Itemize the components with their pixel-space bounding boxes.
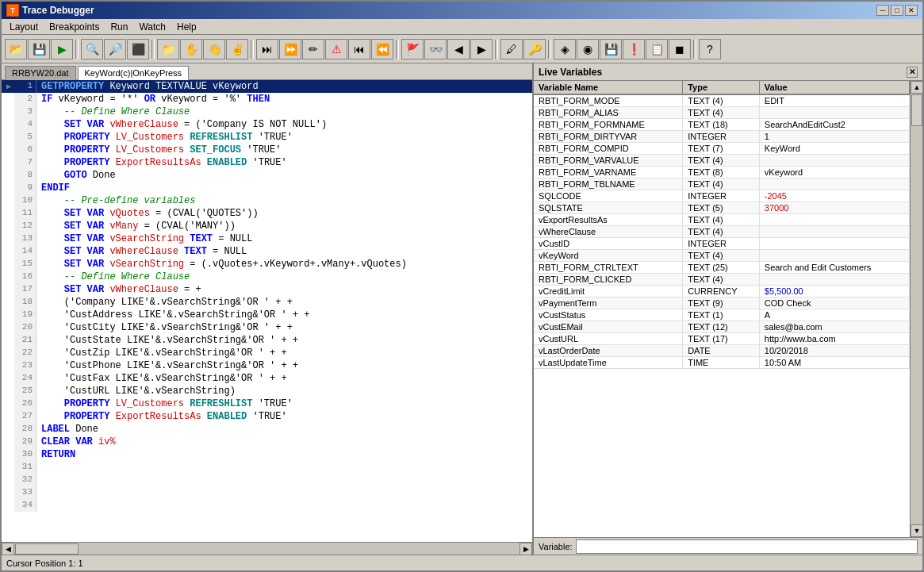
table-row: RBTI_FORM_CLICKEDTEXT (4)	[534, 274, 910, 286]
vars-table[interactable]: Variable Name Type Value RBTI_FORM_MODET…	[534, 81, 910, 537]
tb-b3[interactable]: ◼	[669, 39, 691, 60]
code-h-scrollbar[interactable]: ◀ ▶	[2, 542, 532, 555]
line-arrow-29	[2, 436, 14, 448]
var-name-cell: vCustEMail	[534, 321, 683, 333]
line-arrow-8	[2, 169, 14, 182]
tb-search[interactable]: 🔍	[81, 39, 103, 60]
menu-breakpoints[interactable]: Breakpoints	[44, 21, 104, 33]
tb-step-over[interactable]: ⏭	[256, 39, 278, 60]
table-row: RBTI_FORM_CTRLTEXTTEXT (25)Search and Ed…	[534, 262, 910, 274]
var-type-cell: CURRENCY	[683, 286, 760, 298]
code-line-19: 19 'CustAddress LIKE'&.vSearchString&'OR…	[2, 309, 532, 321]
line-num-33: 33	[14, 486, 36, 499]
tb-next[interactable]: ⏪	[371, 39, 393, 60]
tb-keys[interactable]: 🔑	[523, 39, 546, 60]
line-num-3: 3	[14, 106, 36, 118]
menu-layout[interactable]: Layout	[5, 21, 43, 33]
h-scroll-thumb[interactable]	[15, 543, 79, 555]
live-variables-close[interactable]: ✕	[907, 67, 918, 78]
tb-hand1[interactable]: ✋	[180, 39, 202, 60]
line-content-4: SET VAR vWhereClause = ('Company IS NOT …	[36, 118, 532, 131]
cursor-label: Cursor Position	[6, 559, 66, 568]
menu-help[interactable]: Help	[172, 21, 201, 33]
var-value-cell: $5,500.00	[759, 286, 909, 298]
var-value-cell	[759, 107, 909, 119]
line-arrow-7	[2, 156, 14, 169]
line-arrow-13	[2, 232, 14, 245]
live-variables-title: Live Variables	[539, 67, 602, 78]
tb-folder[interactable]: 📁	[157, 39, 179, 60]
var-value-cell	[759, 155, 909, 167]
h-scroll-left[interactable]: ◀	[2, 543, 14, 555]
tb-stop[interactable]: ⬛	[127, 39, 149, 60]
tb-step-into[interactable]: ⏩	[279, 39, 301, 60]
variable-input-field[interactable]	[576, 539, 918, 554]
var-type-cell: TEXT (4)	[683, 155, 760, 167]
tb-clip[interactable]: 📋	[646, 39, 668, 60]
line-arrow-3	[2, 106, 14, 118]
tb-run[interactable]: ▶	[51, 39, 73, 60]
tb-right2[interactable]: ▶	[470, 39, 493, 60]
code-editor-panel: RRBYW20.dat KeyWord(c)|OnKeyPress ▶ 1 GE…	[2, 63, 534, 555]
tb-pencil[interactable]: 🖊	[500, 39, 523, 60]
line-num-7: 7	[14, 156, 36, 169]
line-content-5: PROPERTY LV_Customers REFRESHLIST 'TRUE'	[36, 131, 532, 144]
tb-hand3[interactable]: ✌	[226, 39, 248, 60]
minimize-button[interactable]: ─	[876, 5, 889, 16]
var-name-cell: vCustID	[534, 238, 683, 250]
line-content-31	[36, 461, 532, 474]
code-line-29: 29 CLEAR VAR iv%	[2, 436, 532, 448]
h-scroll-right[interactable]: ▶	[520, 543, 532, 555]
var-value-cell: vKeyword	[759, 167, 909, 179]
line-arrow-12	[2, 220, 14, 232]
vars-scroll-down[interactable]: ▼	[911, 524, 922, 537]
menu-watch[interactable]: Watch	[134, 21, 171, 33]
tb-b1[interactable]: ◈	[554, 39, 576, 60]
line-num-2: 2	[14, 93, 36, 106]
line-content-29: CLEAR VAR iv%	[36, 436, 532, 448]
tb-excl[interactable]: ❗	[623, 39, 645, 60]
cursor-value: 1: 1	[68, 559, 82, 568]
line-num-29: 29	[14, 436, 36, 448]
tb-glasses[interactable]: 👓	[424, 39, 447, 60]
tab-rrbyw20[interactable]: RRBYW20.dat	[5, 66, 76, 80]
tb-b2[interactable]: ◉	[577, 39, 599, 60]
tb-save2[interactable]: 💾	[600, 39, 622, 60]
tab-keyword-onkeypress[interactable]: KeyWord(c)|OnKeyPress	[78, 66, 189, 80]
line-num-19: 19	[14, 309, 36, 321]
vars-scroll-thumb[interactable]	[911, 94, 922, 126]
tb-help[interactable]: ?	[699, 39, 721, 60]
maximize-button[interactable]: □	[891, 5, 903, 16]
tb-flag[interactable]: 🚩	[401, 39, 424, 60]
close-button[interactable]: ✕	[905, 5, 918, 16]
tb-open[interactable]: 📂	[5, 39, 27, 60]
menu-run[interactable]: Run	[105, 21, 132, 33]
tb-find[interactable]: 🔎	[104, 39, 126, 60]
tb-left[interactable]: ◀	[447, 39, 470, 60]
line-arrow-16	[2, 271, 14, 283]
var-name-cell: RBTI_FORM_VARNAME	[534, 167, 683, 179]
vars-v-scrollbar[interactable]: ▲ ▼	[910, 81, 922, 537]
tb-sep4	[396, 40, 399, 59]
tb-hand2[interactable]: 👋	[203, 39, 225, 60]
tb-save[interactable]: 💾	[28, 39, 50, 60]
tb-sep2	[151, 40, 155, 59]
line-content-22: 'CustZip LIKE'&.vSearchString&'OR ' + +	[36, 347, 532, 359]
tb-warning[interactable]: ⚠	[325, 39, 347, 60]
var-value-cell: KeyWord	[759, 143, 909, 155]
line-content-11: SET VAR vQuotes = (CVAL('QUOTES'))	[36, 207, 532, 220]
line-content-26: PROPERTY LV_Customers REFRESHLIST 'TRUE'	[36, 397, 532, 410]
line-num-21: 21	[14, 334, 36, 347]
var-value-cell	[759, 274, 909, 286]
table-row: RBTI_FORM_MODETEXT (4)EDIT	[534, 94, 910, 107]
tb-sep6	[548, 40, 551, 59]
tb-edit[interactable]: ✏	[302, 39, 324, 60]
var-name-cell: vKeyWord	[534, 250, 683, 262]
code-area[interactable]: ▶ 1 GETPROPERTY Keyword TEXTVALUE vKeywo…	[2, 80, 532, 542]
var-name-cell: SQLCODE	[534, 190, 683, 202]
tb-prev[interactable]: ⏮	[348, 39, 370, 60]
vars-scroll-up[interactable]: ▲	[911, 81, 922, 94]
editor-tabs: RRBYW20.dat KeyWord(c)|OnKeyPress	[2, 63, 532, 80]
line-num-6: 6	[14, 144, 36, 156]
var-type-cell: TEXT (9)	[683, 298, 760, 309]
